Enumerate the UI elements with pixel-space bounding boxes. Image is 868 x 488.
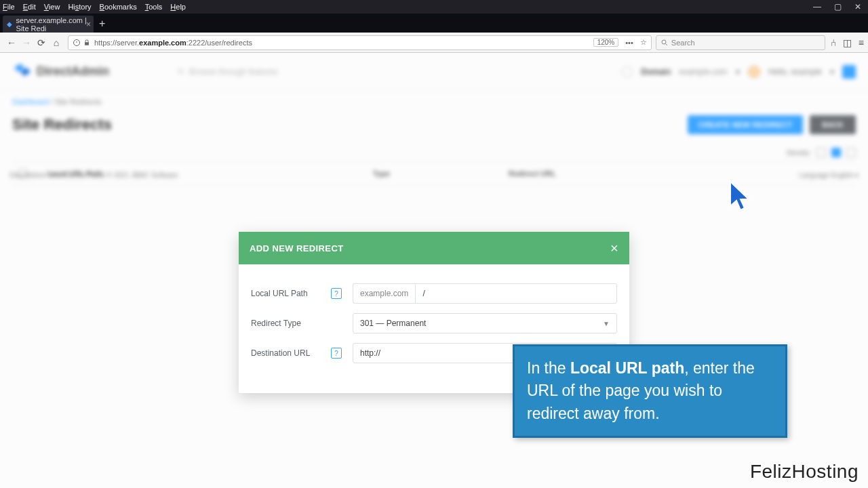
browser-menubar: File Edit View History Bookmarks Tools H… — [0, 0, 868, 14]
breadcrumb-root[interactable]: Dashboard — [12, 98, 49, 106]
new-tab-button[interactable]: + — [99, 18, 105, 30]
density-wide[interactable] — [846, 148, 856, 157]
notif-icon[interactable] — [622, 66, 633, 77]
menu-help[interactable]: Help — [170, 3, 186, 11]
url-text: https://server.example.com:2222/user/red… — [94, 39, 589, 47]
app-search[interactable]: Browse through features — [177, 67, 278, 77]
domain-label: Domain — [641, 67, 671, 77]
close-window-button[interactable]: ✕ — [848, 0, 868, 14]
greeting: Hello, example — [768, 67, 822, 77]
brand-name: DirectAdmin — [37, 64, 109, 79]
density-switch: Density: — [12, 148, 856, 157]
redirect-type-label: Redirect Type — [251, 319, 301, 328]
footer-copy: DirectAdmin Web Control Panel © 2021 JBM… — [9, 171, 178, 179]
maximize-button[interactable]: ▢ — [827, 0, 848, 14]
favicon-icon: ◆ — [7, 20, 13, 28]
chevron-down-icon[interactable]: ▾ — [830, 67, 834, 77]
modal-title: ADD NEW REDIRECT — [250, 243, 344, 253]
svg-point-1 — [662, 40, 666, 44]
theme-toggle[interactable] — [842, 65, 856, 79]
page-title: Site Redirects — [12, 116, 112, 134]
app-header: DirectAdmin Browse through features Doma… — [0, 53, 868, 91]
minimize-button[interactable]: — — [807, 0, 827, 14]
site-info-icon[interactable] — [73, 39, 90, 47]
menu-tools[interactable]: Tools — [145, 3, 163, 11]
zoom-badge[interactable]: 120% — [593, 38, 619, 47]
density-compact[interactable] — [816, 148, 826, 157]
breadcrumb: Dashboard / Site Redirects — [0, 91, 868, 113]
modal-header: ADD NEW REDIRECT × — [239, 232, 629, 264]
app-logo[interactable]: DirectAdmin — [12, 62, 109, 82]
help-icon[interactable]: ? — [331, 288, 342, 299]
tutorial-caption: In the Local URL path, enter the URL of … — [513, 344, 787, 438]
back-button[interactable]: ← — [4, 37, 19, 48]
menu-file[interactable]: File — [3, 3, 15, 11]
reload-button[interactable]: ⟳ — [34, 37, 49, 48]
address-bar[interactable]: https://server.example.com:2222/user/red… — [68, 35, 652, 50]
avatar[interactable] — [748, 66, 760, 78]
chevron-down-icon: ▼ — [603, 320, 610, 327]
chevron-down-icon[interactable]: ▾ — [736, 67, 740, 77]
back-button[interactable]: BACK — [810, 115, 856, 134]
tab-close-icon[interactable]: × — [86, 20, 91, 29]
window-controls: — ▢ ✕ — [807, 0, 868, 14]
domain-prefix: example.com — [353, 283, 415, 304]
hamburger-icon[interactable]: ≡ — [859, 37, 864, 48]
menu-view[interactable]: View — [44, 3, 60, 11]
home-button[interactable]: ⌂ — [49, 37, 64, 48]
library-icon[interactable]: ⑃ — [831, 37, 836, 48]
browser-search[interactable]: Search — [656, 35, 825, 50]
menu-history[interactable]: History — [68, 3, 91, 11]
bookmark-icon[interactable]: ☆ — [640, 38, 647, 47]
help-icon[interactable]: ? — [331, 348, 342, 359]
menu-edit[interactable]: Edit — [23, 3, 36, 11]
tab-title: server.example.com | Site Redi — [16, 16, 90, 33]
create-redirect-button[interactable]: CREATE NEW REDIRECT — [688, 115, 803, 134]
svg-point-2 — [178, 69, 182, 73]
domain-value[interactable]: example.com — [679, 67, 727, 77]
browser-toolbar: ← → ⟳ ⌂ https://server.example.com:2222/… — [0, 33, 868, 53]
local-url-input[interactable]: / — [415, 283, 617, 304]
footer-lang[interactable]: Language English ▾ — [799, 171, 859, 179]
local-url-label: Local URL Path — [251, 289, 308, 298]
app-footer: DirectAdmin Web Control Panel © 2021 JBM… — [0, 165, 868, 186]
tab-strip: ◆ server.example.com | Site Redi × + — [0, 14, 868, 33]
modal-close-icon[interactable]: × — [610, 241, 618, 256]
destination-url-label: Destination URL — [251, 348, 310, 358]
density-normal[interactable] — [831, 148, 841, 157]
more-icon[interactable]: ••• — [625, 39, 633, 47]
sidebar-icon[interactable]: ◫ — [843, 37, 852, 48]
search-placeholder: Search — [671, 39, 695, 47]
browser-tab[interactable]: ◆ server.example.com | Site Redi × — [3, 16, 94, 33]
forward-button[interactable]: → — [19, 37, 34, 48]
menu-bookmarks[interactable]: Bookmarks — [100, 3, 137, 11]
breadcrumb-here: Site Redirects — [55, 98, 101, 106]
watermark: FelizHosting — [750, 461, 859, 483]
redirect-type-select[interactable]: 301 — Permanent ▼ — [353, 313, 617, 333]
